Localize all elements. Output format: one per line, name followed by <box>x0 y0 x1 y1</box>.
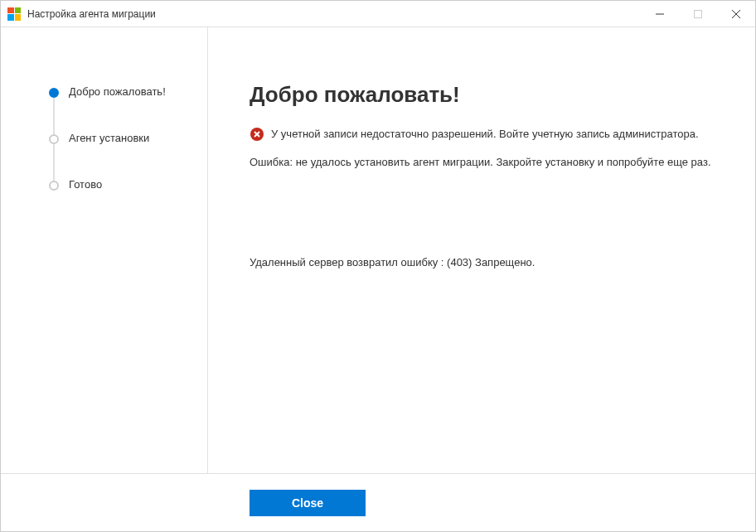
content-area: Добро пожаловать! Агент установки Готово… <box>1 27 755 473</box>
page-heading: Добро пожаловать! <box>250 82 722 108</box>
step-done[interactable]: Готово <box>49 178 191 225</box>
maximize-button <box>679 1 717 27</box>
step-dot-icon <box>49 181 59 191</box>
app-window: Настройка агента миграции Добро пожалова… <box>0 0 756 532</box>
main-panel: Добро пожаловать! У учетной записи недос… <box>208 27 755 473</box>
titlebar[interactable]: Настройка агента миграции <box>1 1 755 27</box>
window-controls <box>641 1 755 27</box>
close-window-button[interactable] <box>717 1 755 27</box>
svg-rect-1 <box>695 10 702 17</box>
minimize-button[interactable] <box>641 1 679 27</box>
step-label: Агент установки <box>69 132 149 144</box>
minimize-icon <box>656 10 664 18</box>
close-icon <box>732 10 740 18</box>
error-message: У учетной записи недостаточно разрешений… <box>271 126 699 143</box>
wizard-steps: Добро пожаловать! Агент установки Готово <box>49 85 191 225</box>
step-label: Готово <box>69 178 102 191</box>
error-detail: Удаленный сервер возвратил ошибку : (403… <box>250 256 722 268</box>
sidebar: Добро пожаловать! Агент установки Готово <box>1 27 208 473</box>
error-sub-message: Ошибка: не удалось установить агент мигр… <box>250 154 722 171</box>
error-icon <box>250 127 264 142</box>
error-row: У учетной записи недостаточно разрешений… <box>250 126 722 143</box>
step-label: Добро пожаловать! <box>69 85 166 98</box>
step-dot-icon <box>49 88 59 98</box>
maximize-icon <box>694 10 702 18</box>
step-dot-icon <box>49 134 59 144</box>
window-title: Настройка агента миграции <box>27 8 641 20</box>
microsoft-logo-icon <box>7 7 21 21</box>
footer: Close <box>1 473 755 531</box>
step-connector <box>53 98 55 134</box>
step-welcome[interactable]: Добро пожаловать! <box>49 85 191 132</box>
step-connector <box>53 144 55 181</box>
close-button[interactable]: Close <box>250 490 366 516</box>
step-install-agent[interactable]: Агент установки <box>49 132 191 178</box>
